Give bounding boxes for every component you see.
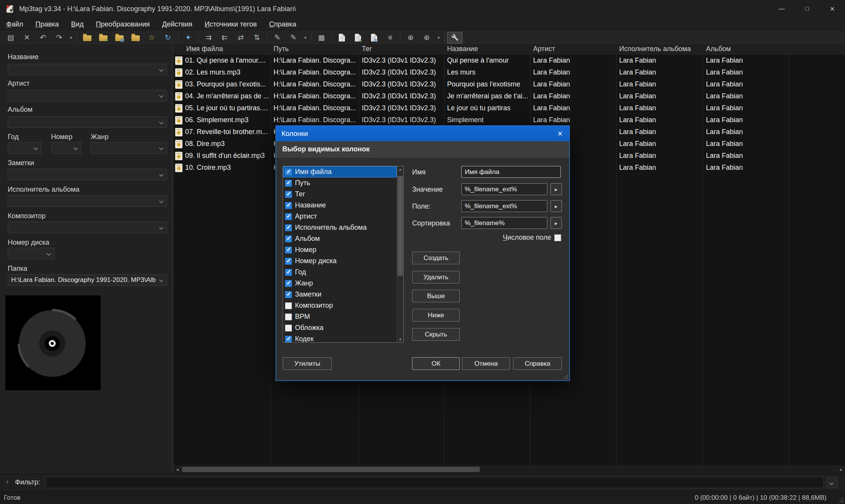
column-list-item[interactable]: Номер: [283, 244, 397, 255]
actions-quick-button[interactable]: ✎: [286, 32, 301, 43]
dialog-resize-grip[interactable]: [563, 374, 568, 379]
menu-item[interactable]: Действия: [156, 18, 199, 31]
checkbox-icon[interactable]: [285, 336, 292, 343]
header-tag[interactable]: Тег: [359, 44, 444, 54]
column-list-item[interactable]: Номер диска: [283, 255, 397, 267]
scroll-left-button[interactable]: ◄: [174, 465, 181, 474]
move-directory-button[interactable]: →: [128, 32, 143, 43]
header-artist[interactable]: Артист: [530, 44, 616, 54]
table-row[interactable]: 06. Simplement.mp3 H:\Lara Fabian. Disco…: [174, 114, 845, 126]
sort-input[interactable]: [461, 217, 547, 229]
checkbox-icon[interactable]: [285, 224, 292, 231]
menu-item[interactable]: Преобразования: [90, 18, 156, 31]
checkbox-icon[interactable]: [285, 235, 292, 242]
numeric-field-checkbox[interactable]: [554, 234, 561, 241]
header-album[interactable]: Альбом: [703, 44, 789, 54]
column-list-item[interactable]: Год: [283, 267, 397, 278]
scroll-right-button[interactable]: ►: [837, 465, 845, 474]
table-row[interactable]: 03. Pourquoi pas l'exotis... H:\Lara Fab…: [174, 78, 845, 90]
table-row[interactable]: 02. Les murs.mp3 H:\Lara Fabian. Discogr…: [174, 66, 845, 78]
header-path[interactable]: Путь: [270, 44, 359, 54]
copy-directory-button[interactable]: ⇄: [112, 32, 127, 43]
remove-tag-button[interactable]: ✕: [19, 32, 35, 43]
checkbox-icon[interactable]: [285, 202, 292, 209]
menu-item[interactable]: Справка: [263, 18, 303, 31]
ok-button[interactable]: ОК: [412, 357, 460, 370]
favorites-button[interactable]: ☆: [144, 32, 159, 43]
column-list-item[interactable]: Путь: [283, 177, 397, 189]
column-list-item[interactable]: Исполнитель альбома: [283, 222, 397, 233]
add-directory-button[interactable]: +: [96, 32, 111, 43]
checkbox-icon[interactable]: [285, 291, 292, 298]
web-sources-button[interactable]: ⊕: [419, 32, 434, 43]
options-button[interactable]: [447, 32, 462, 43]
chevron-down-icon[interactable]: [159, 120, 163, 124]
column-list-item[interactable]: Заметки: [283, 289, 397, 300]
checkbox-icon[interactable]: [285, 191, 292, 198]
save-tag-button[interactable]: ▤: [3, 32, 18, 43]
folder-combobox[interactable]: H:\Lara Fabian. Discography 1991-2020. M…: [8, 274, 167, 286]
album-artist-combobox[interactable]: [8, 195, 167, 207]
maximize-button[interactable]: □: [794, 0, 820, 18]
refresh-button[interactable]: ↻: [160, 32, 176, 43]
column-list-item[interactable]: Название: [283, 200, 397, 211]
column-list-item[interactable]: Кодек: [283, 333, 397, 343]
table-row[interactable]: 05. Le jour où tu partiras.... H:\Lara F…: [174, 102, 845, 114]
tag-copy-button[interactable]: ⇄: [233, 32, 249, 43]
redo-button[interactable]: ↷: [51, 32, 67, 43]
scroll-up-button[interactable]: ▲: [397, 166, 403, 172]
checkbox-icon[interactable]: [285, 313, 292, 320]
column-list-item[interactable]: Жанр: [283, 278, 397, 289]
header-album-artist[interactable]: Исполнитель альбома: [616, 44, 703, 54]
tracklist-button[interactable]: ≡: [383, 32, 398, 43]
comment-combobox[interactable]: [8, 169, 167, 180]
minimize-button[interactable]: —: [769, 0, 794, 18]
move-down-button[interactable]: Ниже: [412, 309, 460, 322]
chevron-down-icon[interactable]: [46, 251, 51, 255]
column-list-item[interactable]: Альбом: [283, 233, 397, 244]
checkbox-icon[interactable]: [285, 269, 292, 276]
checkbox-icon[interactable]: [285, 302, 292, 309]
chevron-down-icon[interactable]: [73, 146, 78, 150]
table-row[interactable]: 01. Qui pense à l'amour.... H:\Lara Fabi…: [174, 55, 845, 66]
dialog-close-button[interactable]: ✕: [551, 126, 569, 141]
column-list-item[interactable]: Композитор: [283, 300, 397, 311]
filter-toggle-icon[interactable]: ›: [6, 477, 8, 486]
actions-dropdown-button[interactable]: ▾: [302, 32, 309, 43]
column-list-item[interactable]: Артист: [283, 211, 397, 222]
delete-button[interactable]: Удалить: [412, 271, 460, 284]
album-art[interactable]: [5, 295, 101, 390]
tag-to-filename-button[interactable]: ⇉: [201, 32, 216, 43]
filter-input[interactable]: [45, 477, 824, 488]
menu-item[interactable]: Источники тегов: [199, 18, 263, 31]
composer-combobox[interactable]: [8, 222, 167, 233]
web-database-button[interactable]: ⊕: [403, 32, 418, 43]
chevron-down-icon[interactable]: [159, 225, 163, 229]
extended-tags-button[interactable]: ▦: [314, 32, 329, 43]
chevron-down-icon[interactable]: [159, 199, 163, 203]
value-expand-button[interactable]: ▸: [550, 183, 562, 195]
column-list-item[interactable]: Обложка: [283, 322, 397, 333]
filter-history-button[interactable]: [827, 477, 837, 488]
resize-grip[interactable]: [837, 496, 843, 502]
quick-actions-button[interactable]: ✦: [181, 32, 196, 43]
column-list-item[interactable]: Тег: [283, 189, 397, 200]
column-list-item[interactable]: BPM: [283, 311, 397, 322]
column-list-item[interactable]: Имя файла: [283, 166, 397, 177]
tag-swap-button[interactable]: ⇅: [249, 32, 265, 43]
column-name-input[interactable]: [461, 166, 561, 178]
actions-button[interactable]: ✎: [270, 32, 285, 43]
header-filename[interactable]: Имя файла: [174, 44, 270, 54]
undo-button[interactable]: ↶: [35, 32, 51, 43]
cancel-button[interactable]: Отмена: [462, 357, 510, 370]
playlist-refresh-button[interactable]: ↻: [366, 32, 382, 43]
change-directory-button[interactable]: [80, 32, 95, 43]
help-button[interactable]: Справка: [513, 357, 562, 370]
horizontal-scrollbar[interactable]: ◄ ►: [174, 465, 845, 474]
checkbox-icon[interactable]: [285, 213, 292, 220]
filename-to-tag-button[interactable]: ⇇: [217, 32, 232, 43]
table-row[interactable]: 04. Je m'arrêterai pas de ... H:\Lara Fa…: [174, 90, 845, 102]
year-combobox[interactable]: [8, 142, 41, 154]
scrollbar-thumb[interactable]: [182, 467, 480, 472]
genre-combobox[interactable]: [91, 142, 167, 154]
